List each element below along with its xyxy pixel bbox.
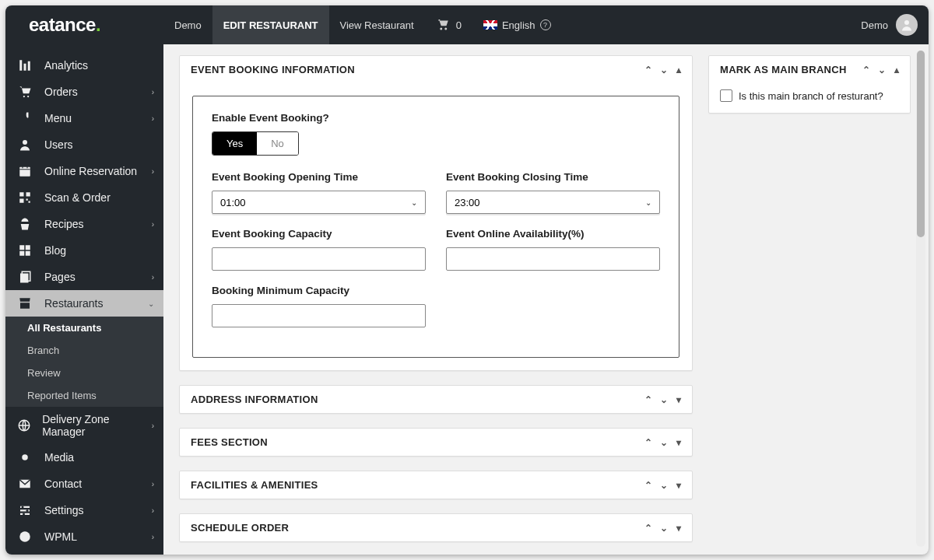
collapse-icon[interactable]: ▴ [894,65,899,75]
calendar-icon [16,164,33,178]
flag-icon [483,20,497,30]
sidebar-item-restaurants[interactable]: Restaurants ⌄ [5,290,163,317]
language-switcher[interactable]: English ? [472,19,562,31]
chevron-right-icon: › [152,167,154,176]
scrollbar[interactable] [916,51,925,547]
expand-icon[interactable]: ▾ [676,394,681,405]
svg-rect-9 [26,245,30,250]
panel-fees-section: FEES SECTION⌃⌄▾ [179,428,693,457]
sidebar-item-label: Scan & Order [44,191,111,204]
svg-rect-4 [26,192,30,196]
store-icon [16,296,33,310]
user-name: Demo [861,19,888,31]
chevron-right-icon: › [152,273,154,282]
chevron-right-icon: › [152,220,154,229]
grid-icon [16,243,33,257]
sidebar-sub-all-restaurants[interactable]: All Restaurants [5,317,163,339]
sidebar-item-contact[interactable]: Contact› [5,471,163,497]
qr-icon [16,191,33,205]
opening-time-select[interactable]: 01:00 ⌄ [212,191,426,214]
top-link-demo[interactable]: Demo [163,5,212,44]
sidebar-item-recipes[interactable]: Recipes› [5,211,163,237]
expand-icon[interactable]: ▾ [676,480,681,491]
sidebar-item-wpml[interactable]: WPML› [5,523,163,550]
capacity-input[interactable] [212,247,426,271]
sidebar-item-label: Recipes [44,218,84,230]
main-branch-checkbox[interactable] [720,89,732,102]
sidebar-item-delivery-zone-manager[interactable]: Delivery Zone Manager› [5,407,163,444]
move-up-icon[interactable]: ⌃ [644,523,652,534]
collapse-icon[interactable]: ▴ [676,65,681,75]
svg-rect-11 [26,251,30,256]
top-link-view-restaurant[interactable]: View Restaurant [329,5,425,44]
panel-title: FEES SECTION [191,436,268,448]
chevron-right-icon: › [152,88,154,96]
svg-point-20 [22,506,24,508]
sidebar-sub-branch[interactable]: Branch [5,339,163,362]
move-up-icon[interactable]: ⌃ [644,480,652,491]
closing-time-value: 23:00 [455,197,480,208]
move-down-icon[interactable]: ⌄ [660,437,668,448]
sidebar-sub-reported-items[interactable]: Reported Items [5,384,163,407]
help-icon: ? [540,19,551,30]
sidebar-item-online-reservation[interactable]: Online Reservation› [5,158,163,184]
sidebar-item-label: Delivery Zone Manager [42,413,141,438]
user-menu[interactable]: Demo [861,14,929,36]
sidebar-item-label: WPML [44,530,77,543]
move-down-icon[interactable]: ⌄ [660,480,668,491]
move-up-icon[interactable]: ⌃ [644,65,652,75]
wpml-icon [16,530,33,544]
sidebar-item-label: Online Reservation [44,165,137,177]
panel-title: ADDRESS INFORMATION [191,394,318,405]
sidebar-item-analytics[interactable]: Analytics [5,52,163,79]
move-down-icon[interactable]: ⌄ [660,65,668,75]
globe-icon [16,418,31,432]
closing-time-label: Event Booking Closing Time [446,171,660,183]
min-capacity-label: Booking Minimum Capacity [212,285,426,296]
svg-point-23 [19,531,30,542]
main-branch-panel: MARK AS MAIN BRANCH ⌃ ⌄ ▴ Is this main b… [708,55,911,114]
top-link-edit-restaurant[interactable]: EDIT RESTAURANT [212,5,329,44]
sidebar-item-label: Media [44,451,74,464]
cart-count: 0 [456,19,462,31]
chevron-down-icon: ⌄ [645,198,651,207]
expand-icon[interactable]: ▾ [676,523,681,534]
availability-input[interactable] [446,247,660,271]
pages-icon [16,270,33,284]
sidebar-sub-review[interactable]: Review [5,362,163,384]
sidebar-item-menu[interactable]: Menu› [5,105,163,131]
move-down-icon[interactable]: ⌄ [660,394,668,405]
analytics-icon [16,58,33,72]
sidebar-item-label: Contact [44,478,82,490]
svg-point-0 [904,20,909,25]
cupcake-icon [16,217,33,231]
sidebar-item-scan-order[interactable]: Scan & Order [5,184,163,211]
event-booking-panel: EVENT BOOKING INFORMATION ⌃ ⌄ ▴ Enable E… [179,55,693,371]
min-capacity-input[interactable] [212,304,426,327]
move-down-icon[interactable]: ⌄ [878,65,886,75]
capacity-label: Event Booking Capacity [212,228,426,240]
toggle-yes[interactable]: Yes [212,132,257,155]
media-icon [16,450,33,464]
sidebar-item-orders[interactable]: Orders› [5,79,163,105]
move-down-icon[interactable]: ⌄ [660,523,668,534]
sidebar-item-media[interactable]: Media [5,444,163,471]
panel-facilities-amenities: FACILITIES & AMENITIES⌃⌄▾ [179,471,693,499]
scrollbar-thumb[interactable] [917,51,925,237]
chevron-right-icon: › [152,422,154,430]
sidebar-item-settings[interactable]: Settings› [5,497,163,523]
sidebar-item-users[interactable]: Users [5,131,163,158]
closing-time-select[interactable]: 23:00 ⌄ [446,191,660,214]
expand-icon[interactable]: ▾ [676,437,681,448]
toggle-no[interactable]: No [257,132,298,155]
sidebar-item-blog[interactable]: Blog [5,237,163,264]
logo[interactable]: eatance. [5,14,163,36]
chevron-right-icon: › [152,506,154,515]
sidebar-item-pages[interactable]: Pages› [5,264,163,290]
enable-event-label: Enable Event Booking? [212,112,660,124]
cart-indicator[interactable]: 0 [425,17,472,33]
svg-point-22 [23,513,25,515]
move-up-icon[interactable]: ⌃ [644,394,652,405]
move-up-icon[interactable]: ⌃ [644,437,652,448]
move-up-icon[interactable]: ⌃ [862,65,870,75]
